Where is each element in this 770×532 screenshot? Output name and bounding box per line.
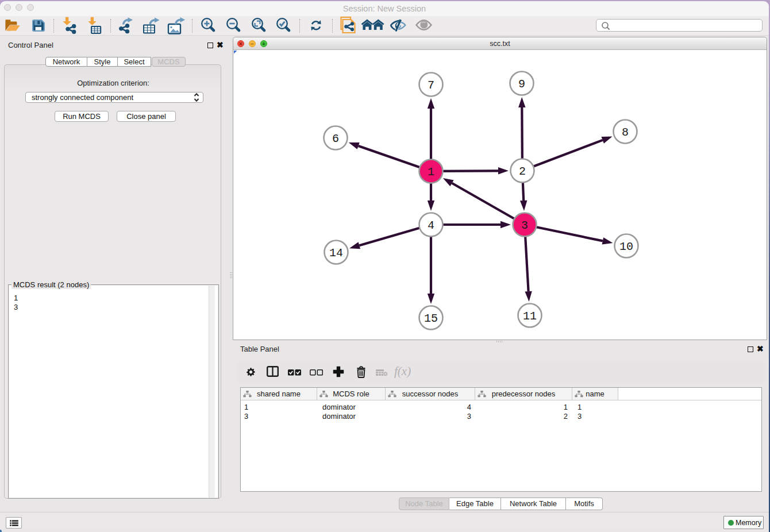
svg-text:9: 9 xyxy=(518,78,525,91)
svg-text:15: 15 xyxy=(424,312,438,325)
svg-text:10: 10 xyxy=(619,240,633,253)
svg-text:7: 7 xyxy=(428,79,434,92)
svg-text:2: 2 xyxy=(519,165,526,178)
svg-text:8: 8 xyxy=(622,126,629,139)
svg-text:11: 11 xyxy=(523,310,537,323)
svg-text:3: 3 xyxy=(521,219,528,232)
svg-text:4: 4 xyxy=(428,219,434,232)
svg-text:14: 14 xyxy=(329,246,343,260)
svg-text:6: 6 xyxy=(332,132,339,145)
svg-text:1: 1 xyxy=(428,165,434,179)
